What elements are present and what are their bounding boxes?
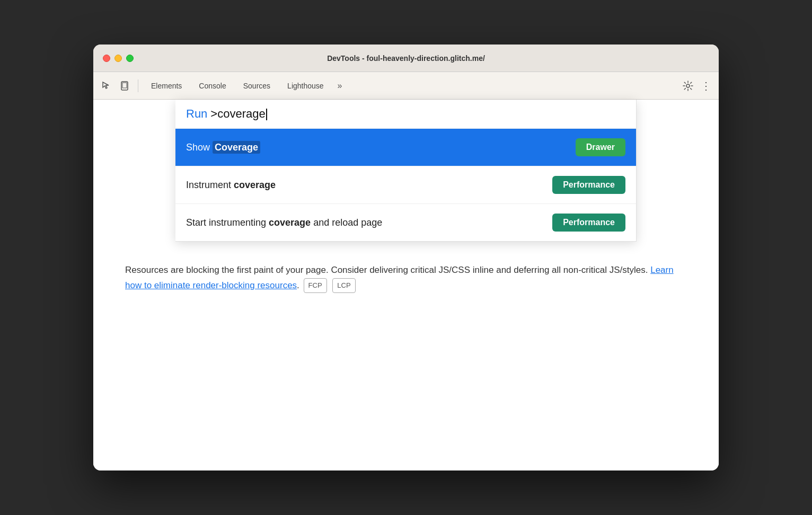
main-content: Run >coverage Show Coverage Drawer Instr… <box>93 100 719 470</box>
tab-sources[interactable]: Sources <box>236 78 278 93</box>
window-title: DevTools - foul-heavenly-direction.glitc… <box>327 54 485 63</box>
show-coverage-text: Show Coverage <box>186 142 260 153</box>
text-cursor <box>266 109 267 120</box>
instrument-coverage-item[interactable]: Instrument coverage Performance <box>175 166 636 204</box>
devtools-window: DevTools - foul-heavenly-direction.glitc… <box>93 45 719 470</box>
svg-point-2 <box>686 84 690 87</box>
maximize-button[interactable] <box>126 55 134 62</box>
coverage-highlight: Coverage <box>213 141 260 154</box>
tab-console[interactable]: Console <box>191 78 233 93</box>
close-button[interactable] <box>103 55 110 62</box>
settings-icon[interactable] <box>679 77 696 94</box>
start-instrumenting-text: Start instrumenting coverage and reload … <box>186 217 382 228</box>
lcp-badge: LCP <box>332 278 355 293</box>
titlebar: DevTools - foul-heavenly-direction.glitc… <box>93 45 719 72</box>
toolbar-divider-1 <box>138 79 138 92</box>
drawer-badge: Drawer <box>576 138 625 156</box>
minimize-button[interactable] <box>114 55 122 62</box>
traffic-lights <box>103 55 134 62</box>
performance-badge-1: Performance <box>552 176 625 194</box>
fcp-badge: FCP <box>304 278 327 293</box>
body-content: Resources are blocking the first paint o… <box>93 242 719 315</box>
instrument-coverage-text: Instrument coverage <box>186 180 276 191</box>
description-text: Resources are blocking the first paint o… <box>125 263 687 294</box>
command-palette: Run >coverage Show Coverage Drawer Instr… <box>175 100 637 242</box>
device-icon[interactable] <box>117 78 133 94</box>
devtools-toolbar: Elements Console Sources Lighthouse » ⋮ <box>93 72 719 100</box>
show-coverage-item[interactable]: Show Coverage Drawer <box>175 129 636 166</box>
more-tabs-button[interactable]: » <box>333 79 347 93</box>
command-input-text[interactable]: >coverage <box>210 107 267 121</box>
tab-elements[interactable]: Elements <box>144 78 189 93</box>
run-label: Run <box>186 107 207 121</box>
start-instrumenting-item[interactable]: Start instrumenting coverage and reload … <box>175 204 636 241</box>
more-options-icon[interactable]: ⋮ <box>699 79 713 92</box>
svg-rect-1 <box>122 83 127 88</box>
command-input-row: Run >coverage <box>175 100 636 129</box>
tab-lighthouse[interactable]: Lighthouse <box>280 78 331 93</box>
inspect-icon[interactable] <box>99 78 114 94</box>
performance-badge-2: Performance <box>552 214 625 232</box>
